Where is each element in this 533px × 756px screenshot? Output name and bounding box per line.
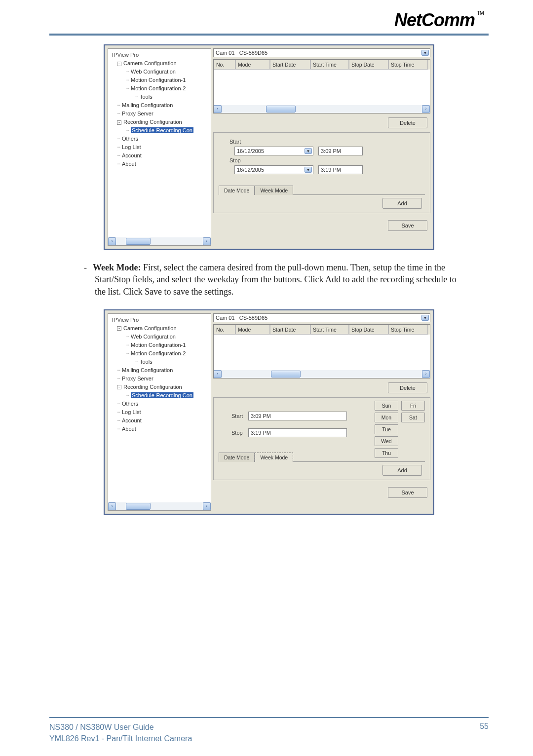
stop-time-input[interactable]: 3:19 PM: [318, 165, 363, 174]
tree-loglist[interactable]: ┈Log List: [110, 408, 211, 416]
chevron-down-icon[interactable]: ▼: [305, 167, 312, 173]
footer-subtitle: YML826 Rev1 - Pan/Tilt Internet Camera: [49, 733, 192, 744]
col-stop-date[interactable]: Stop Date: [349, 325, 388, 335]
week-mode-tab[interactable]: Week Mode: [255, 186, 293, 195]
col-stop-time[interactable]: Stop Time: [388, 325, 428, 335]
tree-others[interactable]: ┈Others: [110, 400, 211, 408]
col-start-time[interactable]: Start Time: [310, 325, 349, 335]
chevron-down-icon[interactable]: ▼: [421, 50, 429, 56]
col-stop-date[interactable]: Stop Date: [349, 60, 388, 70]
tree-motion2[interactable]: ┈Motion Configuration-2: [110, 349, 211, 358]
chevron-down-icon[interactable]: ▼: [305, 148, 312, 154]
stop-label: Stop: [219, 430, 243, 436]
scroll-left-icon[interactable]: ‹: [214, 370, 222, 378]
tree-web-config[interactable]: ┈Web Configuration: [110, 333, 211, 341]
day-tue[interactable]: Tue: [375, 424, 398, 434]
chevron-down-icon[interactable]: ▼: [421, 315, 429, 321]
tree-about[interactable]: ┈About: [110, 425, 211, 433]
start-time-input[interactable]: 3:09 PM: [248, 412, 347, 420]
scroll-left-icon[interactable]: ‹: [214, 105, 222, 113]
col-no[interactable]: No.: [214, 60, 235, 70]
tree-proxy[interactable]: ┈Proxy Server: [110, 110, 211, 118]
tree-proxy[interactable]: ┈Proxy Server: [110, 375, 211, 383]
add-button[interactable]: Add: [382, 465, 422, 476]
scroll-thumb[interactable]: [271, 371, 301, 378]
col-mode[interactable]: Mode: [235, 60, 270, 70]
footer-title: NS380 / NS380W User Guide: [49, 722, 192, 733]
tree-tools[interactable]: ┈Tools: [110, 93, 211, 101]
tree-motion2[interactable]: ┈Motion Configuration-2: [110, 84, 211, 93]
date-mode-tab[interactable]: Date Mode: [219, 186, 255, 195]
camera-label: Cam 01: [216, 315, 235, 321]
delete-button[interactable]: Delete: [388, 382, 427, 393]
week-mode-tab[interactable]: Week Mode: [255, 453, 293, 462]
tree-camera-config[interactable]: -Camera Configuration: [110, 59, 211, 68]
tree-schedule-rec[interactable]: ┈Schedule-Recording Con: [110, 391, 211, 400]
add-button[interactable]: Add: [382, 198, 422, 209]
day-fri[interactable]: Fri: [401, 401, 425, 411]
scroll-left-icon[interactable]: ‹: [108, 237, 116, 245]
scroll-thumb[interactable]: [126, 503, 151, 510]
tree-camera-config[interactable]: -Camera Configuration: [110, 324, 211, 333]
start-date-input[interactable]: 16/12/2005 ▼: [234, 147, 313, 155]
tree-motion1[interactable]: ┈Motion Configuration-1: [110, 76, 211, 84]
collapse-icon[interactable]: -: [117, 120, 121, 125]
day-sat[interactable]: Sat: [401, 413, 425, 422]
config-tree[interactable]: IPView Pro -Camera Configuration ┈Web Co…: [108, 48, 211, 246]
tree-root[interactable]: IPView Pro: [110, 316, 211, 324]
tree-root[interactable]: IPView Pro: [110, 51, 211, 59]
tree-about[interactable]: ┈About: [110, 160, 211, 168]
scroll-right-icon[interactable]: ›: [422, 370, 430, 378]
scroll-thumb[interactable]: [266, 106, 296, 113]
start-time-input[interactable]: 3:09 PM: [318, 147, 363, 155]
day-wed[interactable]: Wed: [375, 436, 398, 446]
scroll-thumb[interactable]: [126, 238, 151, 245]
tree-h-scrollbar[interactable]: ‹ ›: [108, 502, 211, 510]
tree-recording[interactable]: -Recording Configuration: [110, 118, 211, 126]
col-start-date[interactable]: Start Date: [270, 60, 310, 70]
col-stop-time[interactable]: Stop Time: [388, 60, 428, 70]
stop-date-input[interactable]: 16/12/2005 ▼: [234, 165, 313, 174]
col-no[interactable]: No.: [214, 325, 235, 335]
tree-mailing[interactable]: ┈Mailing Configuration: [110, 366, 211, 375]
col-start-date[interactable]: Start Date: [270, 325, 310, 335]
config-tree[interactable]: IPView Pro -Camera Configuration ┈Web Co…: [108, 313, 211, 511]
brand-logo: NetCommTM: [49, 10, 489, 31]
stop-time-input[interactable]: 3:19 PM: [248, 428, 347, 437]
tree-motion1[interactable]: ┈Motion Configuration-1: [110, 341, 211, 349]
tree-others[interactable]: ┈Others: [110, 135, 211, 143]
scroll-right-icon[interactable]: ›: [422, 105, 430, 113]
col-mode[interactable]: Mode: [235, 325, 270, 335]
tree-account[interactable]: ┈Account: [110, 416, 211, 425]
save-button[interactable]: Save: [388, 487, 427, 498]
table-h-scrollbar[interactable]: ‹ ›: [214, 370, 430, 378]
date-mode-tab[interactable]: Date Mode: [219, 453, 255, 462]
table-h-scrollbar[interactable]: ‹ ›: [214, 105, 430, 113]
tree-tools[interactable]: ┈Tools: [110, 358, 211, 366]
stop-label: Stop: [219, 157, 242, 163]
day-thu[interactable]: Thu: [375, 448, 398, 458]
collapse-icon[interactable]: -: [117, 62, 121, 66]
tree-schedule-rec[interactable]: ┈Schedule-Recording Con: [110, 126, 211, 135]
scroll-left-icon[interactable]: ‹: [108, 502, 116, 510]
delete-button[interactable]: Delete: [388, 117, 427, 128]
camera-selector[interactable]: Cam 01 CS-589D65 ▼: [213, 313, 430, 322]
tree-account[interactable]: ┈Account: [110, 151, 211, 160]
collapse-icon[interactable]: -: [117, 385, 121, 389]
tree-h-scrollbar[interactable]: ‹ ›: [108, 237, 211, 245]
schedule-table[interactable]: No. Mode Start Date Start Time Stop Date…: [213, 59, 430, 113]
weekday-buttons: Sun Mon Tue Wed Thu Fri Sat: [375, 401, 425, 458]
col-start-time[interactable]: Start Time: [310, 60, 349, 70]
tree-mailing[interactable]: ┈Mailing Configuration: [110, 101, 211, 110]
tree-loglist[interactable]: ┈Log List: [110, 143, 211, 151]
day-sun[interactable]: Sun: [375, 401, 398, 411]
day-mon[interactable]: Mon: [375, 413, 398, 422]
scroll-right-icon[interactable]: ›: [203, 502, 211, 510]
scroll-right-icon[interactable]: ›: [203, 237, 211, 245]
camera-selector[interactable]: Cam 01 CS-589D65 ▼: [213, 48, 430, 57]
collapse-icon[interactable]: -: [117, 326, 121, 331]
tree-recording[interactable]: -Recording Configuration: [110, 383, 211, 391]
tree-web-config[interactable]: ┈Web Configuration: [110, 68, 211, 76]
schedule-table[interactable]: No. Mode Start Date Start Time Stop Date…: [213, 324, 430, 378]
save-button[interactable]: Save: [388, 220, 427, 231]
